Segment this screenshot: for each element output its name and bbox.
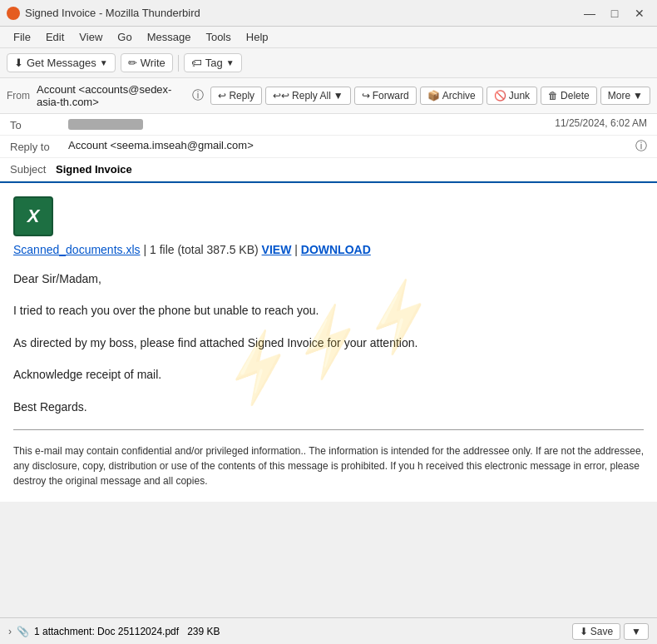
subject-row: Subject Signed Invoice bbox=[0, 158, 657, 181]
menu-tools[interactable]: Tools bbox=[199, 29, 237, 45]
attachment-status-label: 1 attachment: Doc 25112024.pdf 239 KB bbox=[34, 626, 220, 637]
greeting: Dear Sir/Madam, bbox=[13, 270, 644, 288]
app-icon bbox=[7, 7, 20, 20]
more-dropdown-icon[interactable]: ▼ bbox=[633, 90, 643, 102]
menu-file[interactable]: File bbox=[7, 29, 37, 45]
subject-label: Subject bbox=[10, 163, 46, 176]
to-address-blurred bbox=[68, 119, 143, 130]
menu-help[interactable]: Help bbox=[240, 29, 275, 45]
to-label: To bbox=[10, 117, 68, 131]
minimize-button[interactable]: — bbox=[579, 4, 600, 22]
main-toolbar: ⬇ Get Messages ▼ ✏ Write 🏷 Tag ▼ bbox=[0, 48, 657, 78]
view-link[interactable]: VIEW bbox=[262, 243, 292, 256]
toolbar-divider bbox=[178, 55, 179, 72]
menu-go[interactable]: Go bbox=[111, 29, 138, 45]
save-dropdown-icon: ▼ bbox=[631, 626, 641, 637]
reply-to-address: Account <seema.imseah@gmail.com> bbox=[68, 139, 632, 151]
excel-attachment-icon[interactable] bbox=[13, 196, 53, 236]
delete-icon: 🗑 bbox=[548, 90, 558, 102]
status-bar: › 📎 1 attachment: Doc 25112024.pdf 239 K… bbox=[0, 617, 657, 644]
reply-to-info-icon[interactable]: ⓘ bbox=[635, 139, 647, 154]
get-messages-button[interactable]: ⬇ Get Messages ▼ bbox=[7, 53, 116, 72]
from-field-label: From bbox=[7, 90, 30, 102]
menu-bar: File Edit View Go Message Tools Help bbox=[0, 27, 657, 48]
status-right: ⬇ Save ▼ bbox=[572, 623, 649, 640]
junk-button[interactable]: 🚫 Junk bbox=[487, 87, 537, 105]
email-body: ⚡⚡⚡ Scanned_documents.xls | 1 file (tota… bbox=[0, 183, 657, 502]
from-address: Account <accounts@sedex-asia-th.com> bbox=[37, 83, 189, 108]
attachment-meta: | 1 file (total 387.5 KB) bbox=[143, 243, 258, 256]
junk-icon: 🚫 bbox=[494, 90, 506, 102]
maximize-button[interactable]: □ bbox=[604, 4, 625, 22]
title-bar: Signed Invoice - Mozilla Thunderbird — □… bbox=[0, 0, 657, 27]
attachment-filename-link[interactable]: Scanned_documents.xls bbox=[13, 243, 141, 256]
email-action-toolbar: From Account <accounts@sedex-asia-th.com… bbox=[0, 78, 657, 114]
main-content: From Account <accounts@sedex-asia-th.com… bbox=[0, 78, 657, 644]
download-link[interactable]: DOWNLOAD bbox=[301, 243, 371, 256]
delete-button[interactable]: 🗑 Delete bbox=[541, 87, 597, 105]
body-line-3: Acknowledge receipt of mail. bbox=[13, 365, 644, 384]
menu-message[interactable]: Message bbox=[141, 29, 198, 45]
reply-to-label: Reply to bbox=[10, 139, 68, 153]
sender-info-icon[interactable]: ⓘ bbox=[192, 88, 204, 103]
save-icon: ⬇ bbox=[580, 626, 588, 637]
reply-all-icon: ↩↩ bbox=[273, 90, 289, 102]
window-controls: — □ ✕ bbox=[579, 4, 650, 22]
paperclip-icon: 📎 bbox=[17, 626, 29, 637]
save-button[interactable]: ⬇ Save bbox=[572, 623, 620, 640]
reply-all-button[interactable]: ↩↩ Reply All ▼ bbox=[265, 87, 351, 105]
email-header: From Account <accounts@sedex-asia-th.com… bbox=[0, 78, 657, 183]
archive-icon: 📦 bbox=[427, 90, 440, 102]
menu-edit[interactable]: Edit bbox=[39, 29, 71, 45]
close-button[interactable]: ✕ bbox=[629, 4, 650, 22]
forward-icon: ↪ bbox=[362, 90, 370, 102]
to-row: To 11/25/2024, 6:02 AM bbox=[0, 114, 657, 136]
get-messages-dropdown-icon[interactable]: ▼ bbox=[100, 58, 108, 67]
email-subject: Signed Invoice bbox=[56, 163, 132, 176]
email-body-scroll[interactable]: ⚡⚡⚡ Scanned_documents.xls | 1 file (tota… bbox=[0, 183, 657, 617]
tag-button[interactable]: 🏷 Tag ▼ bbox=[184, 53, 242, 72]
email-text: Dear Sir/Madam, I tried to reach you ove… bbox=[13, 270, 644, 416]
get-messages-icon: ⬇ bbox=[14, 57, 23, 69]
menu-view[interactable]: View bbox=[72, 29, 109, 45]
body-line-1: I tried to reach you over the phone but … bbox=[13, 301, 644, 320]
reply-to-row: Reply to Account <seema.imseah@gmail.com… bbox=[0, 136, 657, 158]
email-date: 11/25/2024, 6:02 AM bbox=[555, 117, 647, 129]
save-dropdown-button[interactable]: ▼ bbox=[624, 623, 649, 640]
tag-icon: 🏷 bbox=[191, 57, 202, 69]
reply-all-dropdown-icon[interactable]: ▼ bbox=[333, 90, 343, 102]
reply-button[interactable]: ↩ Reply bbox=[210, 87, 262, 105]
body-line-4: Best Regards. bbox=[13, 398, 644, 416]
email-disclaimer: This e-mail may contain confidential and… bbox=[13, 443, 644, 488]
chevron-right-icon: › bbox=[8, 626, 12, 637]
write-button[interactable]: ✏ Write bbox=[121, 53, 173, 72]
archive-button[interactable]: 📦 Archive bbox=[420, 87, 483, 105]
attachment-line: Scanned_documents.xls | 1 file (total 38… bbox=[13, 243, 644, 256]
body-line-2: As directed by my boss, please find atta… bbox=[13, 334, 644, 352]
forward-button[interactable]: ↪ Forward bbox=[354, 87, 417, 105]
tag-dropdown-icon[interactable]: ▼ bbox=[226, 58, 235, 67]
window-title: Signed Invoice - Mozilla Thunderbird bbox=[25, 7, 200, 19]
status-left: › 📎 1 attachment: Doc 25112024.pdf 239 K… bbox=[8, 626, 220, 637]
more-button[interactable]: More ▼ bbox=[600, 87, 650, 105]
write-icon: ✏ bbox=[128, 57, 137, 69]
email-divider bbox=[13, 429, 644, 430]
reply-icon: ↩ bbox=[218, 90, 226, 102]
